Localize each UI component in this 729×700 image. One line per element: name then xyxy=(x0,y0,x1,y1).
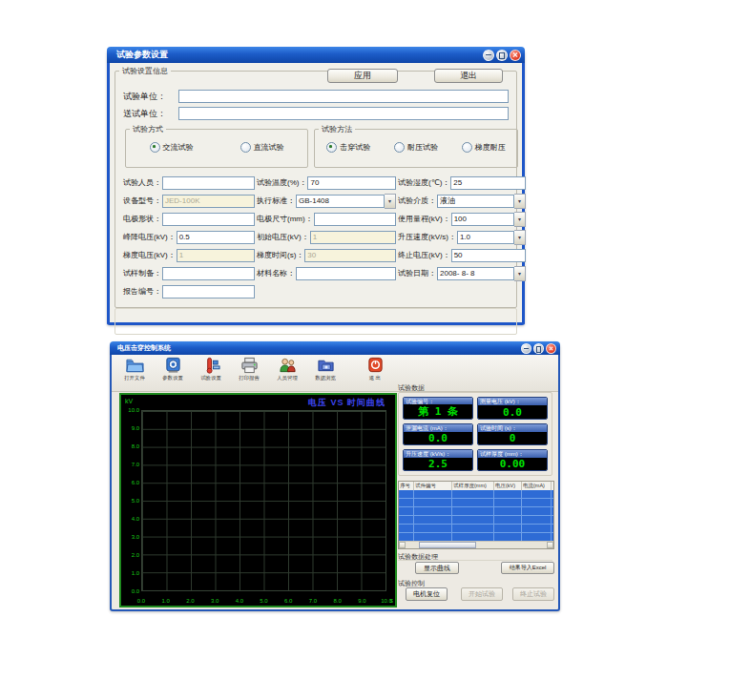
send-unit-input[interactable] xyxy=(178,107,509,120)
maximize-icon[interactable] xyxy=(533,343,544,354)
field-label: 初始电压(kV)： xyxy=(257,232,309,242)
x-tick-label: 5.0 xyxy=(255,598,274,604)
field-label: 试样制备： xyxy=(123,268,161,278)
toolbar-label: 打印报告 xyxy=(239,374,260,381)
scrollbar-thumb[interactable] xyxy=(419,542,476,548)
data-browse-icon xyxy=(317,357,335,374)
field-input[interactable]: GB-1408 xyxy=(296,195,385,208)
radio-icon xyxy=(150,142,160,153)
table-row[interactable] xyxy=(399,490,553,499)
lcd-value: 0.00 xyxy=(478,458,547,470)
field-cell-1: 试验温度(%)：70 xyxy=(257,174,396,192)
minimize-icon[interactable] xyxy=(483,50,494,61)
lcd-label: 试样厚度 (mm)： xyxy=(478,450,547,458)
test-method-title: 试验方法 xyxy=(319,124,355,134)
results-table[interactable]: 序号 试件编号 试样厚度(mm) 电压(kV) 电流(mA) xyxy=(398,481,554,549)
horizontal-scrollbar[interactable] xyxy=(399,541,553,548)
lcd-value: 0 xyxy=(478,432,547,444)
field-input[interactable] xyxy=(162,285,255,299)
lcd-value: 第 1 条 xyxy=(404,404,472,419)
minimize-icon[interactable] xyxy=(521,343,531,354)
y-tick-label: 4.0 xyxy=(122,516,139,522)
test-unit-input[interactable] xyxy=(178,90,509,103)
field-input[interactable]: 2008- 8- 8 xyxy=(437,267,514,280)
lcd-label: 试验编号： xyxy=(404,398,472,404)
show-curve-button[interactable]: 显示曲线 xyxy=(415,562,459,574)
lcd-label: 泄漏电流 (mA)： xyxy=(404,424,472,432)
toolbar-label: 参数设置 xyxy=(162,374,183,381)
field-input[interactable]: 液油 xyxy=(437,195,514,208)
field-cell-10: 初始电压(kV)：1 xyxy=(257,228,396,246)
field-input[interactable] xyxy=(296,267,396,280)
radio-option[interactable]: 击穿试验 xyxy=(326,142,370,153)
lcd-sample-thickness: 试样厚度 (mm)： 0.00 xyxy=(477,449,548,471)
folder-icon xyxy=(126,357,144,374)
chart-title: 电压 VS 时间曲线 xyxy=(308,397,385,409)
toolbar-data-browse-button[interactable]: 数据浏览 xyxy=(308,357,343,387)
field-input[interactable]: 1.0 xyxy=(457,231,514,244)
toolbar-exit-button[interactable]: 退 出 xyxy=(358,357,392,387)
table-row[interactable] xyxy=(399,516,553,525)
field-input[interactable] xyxy=(162,176,255,190)
field-cell-0: 试验人员： xyxy=(123,174,255,192)
radio-option[interactable]: 交流试验 xyxy=(150,142,194,153)
table-row[interactable] xyxy=(399,499,553,507)
field-cell-15: 试样制备： xyxy=(123,264,255,282)
radio-icon xyxy=(240,142,251,153)
field-cell-13: 梯度时间(s)：30 xyxy=(257,246,396,264)
field-label: 材料名称： xyxy=(257,268,295,278)
radio-option[interactable]: 耐压试验 xyxy=(394,142,438,153)
exit-button[interactable]: 退出 xyxy=(434,69,503,83)
field-input[interactable]: 100 xyxy=(451,213,514,226)
maximize-icon[interactable] xyxy=(496,50,508,61)
dropdown-arrow-icon[interactable]: ▾ xyxy=(385,194,396,209)
close-icon[interactable] xyxy=(510,50,521,61)
apply-button[interactable]: 应用 xyxy=(327,69,398,83)
field-cell-18: 报告编号： xyxy=(123,282,255,300)
field-input[interactable] xyxy=(162,213,255,226)
close-icon[interactable] xyxy=(546,343,556,354)
dialog-title: 试验参数设置 xyxy=(116,49,168,61)
radio-label: 耐压试验 xyxy=(407,142,438,153)
control-titlebar[interactable]: 电压击穿控制系统 xyxy=(110,341,560,355)
dialog-titlebar[interactable]: 试验参数设置 xyxy=(107,47,525,63)
thermometer-icon xyxy=(202,357,220,374)
field-input[interactable]: 70 xyxy=(307,176,396,190)
y-tick-label: 2.0 xyxy=(122,552,139,558)
field-input[interactable]: 0.5 xyxy=(177,231,255,244)
radio-option[interactable]: 直流试验 xyxy=(240,142,284,153)
field-input[interactable]: 50 xyxy=(451,249,526,262)
export-excel-button[interactable]: 结果导入Excel xyxy=(501,562,554,574)
toolbar: 打开文件 参数设置 试验设置 xyxy=(112,355,558,392)
field-input: JED-100K xyxy=(162,195,255,208)
toolbar-personnel-button[interactable]: 人员管理 xyxy=(270,357,304,387)
toolbar-open-file-button[interactable]: 打开文件 xyxy=(117,357,152,387)
table-row[interactable] xyxy=(399,507,553,516)
radio-option[interactable]: 梯度耐压 xyxy=(462,142,506,153)
toolbar-test-settings-button[interactable]: 试验设置 xyxy=(194,357,228,387)
table-row[interactable] xyxy=(399,525,553,533)
toolbar-print-report-button[interactable]: 打印报告 xyxy=(232,357,266,387)
dropdown-arrow-icon[interactable]: ▾ xyxy=(514,212,526,227)
scroll-left-icon[interactable] xyxy=(399,542,406,548)
send-unit-row: 送试单位： xyxy=(123,107,509,120)
lcd-ramp-rate: 升压速度 (kV/s)： 2.5 xyxy=(403,449,473,471)
x-tick-label: 2.0 xyxy=(180,598,199,604)
radio-icon xyxy=(326,142,337,153)
field-cell-16: 材料名称： xyxy=(257,264,396,282)
field-input[interactable] xyxy=(314,213,396,226)
results-table-body[interactable] xyxy=(399,490,553,542)
dropdown-arrow-icon[interactable]: ▾ xyxy=(514,194,526,209)
field-input[interactable] xyxy=(162,267,255,280)
motor-reset-button[interactable]: 电机复位 xyxy=(406,587,448,601)
field-input[interactable]: 25 xyxy=(450,176,526,190)
toolbar-parameter-settings-button[interactable]: 参数设置 xyxy=(156,357,190,387)
dropdown-arrow-icon[interactable]: ▾ xyxy=(514,266,526,281)
dropdown-arrow-icon[interactable]: ▾ xyxy=(514,230,526,245)
col-index: 序号 xyxy=(399,482,414,490)
y-tick-label: 3.0 xyxy=(122,534,139,540)
field-cell-11: 升压速度(kV/s)：1.0▾ xyxy=(398,228,526,246)
lcd-value: 0.0 xyxy=(478,405,547,419)
scroll-right-icon[interactable] xyxy=(547,542,553,548)
y-tick-label: 7.0 xyxy=(122,462,139,467)
